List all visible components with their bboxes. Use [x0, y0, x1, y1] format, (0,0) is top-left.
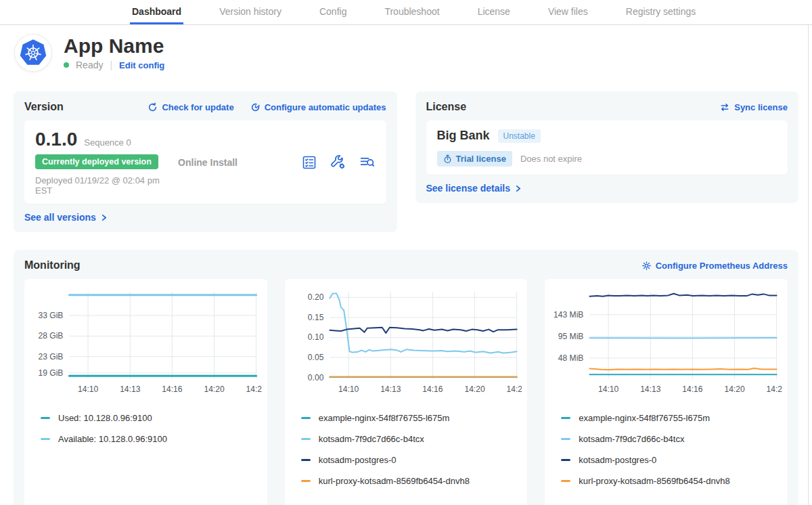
legend-item: kotsadm-7f9dc7d66c-b4tcx [561, 434, 771, 444]
gear-icon [641, 261, 652, 271]
svg-text:14:10: 14:10 [338, 385, 359, 394]
memory-usage-legend: example-nginx-54f8f76755-l675mkotsadm-7f… [550, 402, 782, 497]
svg-text:14:16: 14:16 [162, 385, 183, 394]
tab-license[interactable]: License [476, 0, 512, 24]
svg-text:14:23: 14:23 [246, 385, 261, 394]
stopwatch-icon [443, 154, 452, 164]
svg-text:143 MiB: 143 MiB [554, 310, 583, 320]
disk-usage-chart: 33 GiB28 GiB23 GiB19 GiB14:1014:1314:161… [30, 286, 262, 397]
see-license-details-link[interactable]: See license details [426, 183, 522, 194]
legend-label: example-nginx-54f8f76755-l675m [579, 413, 710, 423]
legend-label: kotsadm-postgres-0 [319, 455, 397, 465]
legend-label: kotsadm-7f9dc7d66c-b4tcx [319, 434, 424, 444]
configure-automatic-updates-button[interactable]: Configure automatic updates [250, 102, 386, 112]
legend-label: Available: 10.128.0.96:9100 [58, 434, 167, 444]
tab-troubleshoot[interactable]: Troubleshoot [382, 0, 441, 24]
legend-label: Used: 10.128.0.96:9100 [58, 413, 152, 423]
deployed-version-card: 0.1.0 Sequence 0 Currently deployed vers… [24, 120, 386, 204]
legend-label: kotsadm-7f9dc7d66c-b4tcx [579, 434, 684, 444]
legend-color-dash [301, 417, 311, 419]
legend-color-dash [561, 438, 570, 440]
legend-item: kurl-proxy-kotsadm-8569fb6454-dnvh8 [301, 476, 512, 486]
svg-text:19 GiB: 19 GiB [38, 368, 63, 378]
tab-config[interactable]: Config [317, 0, 348, 24]
svg-text:0.05: 0.05 [308, 353, 324, 362]
svg-text:14:13: 14:13 [380, 385, 401, 394]
license-expiry: Does not expire [520, 154, 582, 164]
version-panel-title: Version [24, 101, 64, 113]
chart-title: Memory Usage [550, 497, 782, 505]
memory-usage-chart-card: 143 MiB95 MiB48 MiB14:1014:1314:1614:201… [545, 279, 788, 505]
svg-text:14:20: 14:20 [204, 385, 225, 394]
tab-version-history[interactable]: Version history [217, 0, 284, 24]
legend-color-dash [41, 417, 50, 419]
version-number: 0.1.0 [35, 129, 77, 150]
configure-prometheus-button[interactable]: Configure Prometheus Address [641, 261, 788, 271]
customer-name: Big Bank [437, 129, 490, 143]
edit-config-link[interactable]: Edit config [119, 60, 164, 70]
svg-text:0.10: 0.10 [308, 333, 324, 343]
legend-color-dash [561, 459, 570, 461]
install-type: Online Install [178, 157, 300, 168]
disk-usage-chart-card: 33 GiB28 GiB23 GiB19 GiB14:1014:1314:161… [24, 279, 267, 505]
legend-label: kotsadm-postgres-0 [579, 455, 656, 465]
svg-text:14:13: 14:13 [640, 385, 661, 394]
cpu-usage-chart: 0.200.150.100.050.0014:1014:1314:1614:20… [290, 286, 522, 397]
svg-text:14:10: 14:10 [78, 385, 99, 394]
app-header: App Name Ready | Edit config [15, 35, 798, 71]
svg-text:33 GiB: 33 GiB [38, 311, 63, 320]
version-sequence: Sequence 0 [84, 137, 131, 148]
license-type-badge: Trial license [437, 151, 512, 167]
svg-text:14:16: 14:16 [683, 385, 704, 394]
svg-text:0.15: 0.15 [308, 313, 324, 322]
legend-label: kurl-proxy-kotsadm-8569fb6454-dnvh8 [319, 476, 470, 486]
tab-registry-settings[interactable]: Registry settings [624, 0, 698, 24]
kubernetes-icon [18, 37, 49, 68]
legend-item: kurl-proxy-kotsadm-8569fb6454-dnvh8 [561, 476, 771, 486]
status-text: Ready [76, 60, 103, 70]
svg-text:48 MiB: 48 MiB [558, 353, 584, 363]
svg-text:14:23: 14:23 [767, 385, 782, 394]
tab-view-files[interactable]: View files [546, 0, 590, 24]
legend-label: example-nginx-54f8f76755-l675m [319, 413, 450, 423]
legend-label: kurl-proxy-kotsadm-8569fb6454-dnvh8 [579, 476, 729, 486]
see-all-versions-link[interactable]: See all versions [24, 212, 108, 223]
svg-text:0.20: 0.20 [308, 292, 324, 302]
memory-usage-chart: 143 MiB95 MiB48 MiB14:1014:1314:1614:201… [550, 286, 782, 397]
divider: | [110, 60, 112, 70]
svg-text:0.00: 0.00 [308, 373, 324, 382]
scrollbar-track[interactable] [808, 25, 809, 505]
legend-item: Available: 10.128.0.96:9100 [41, 434, 251, 444]
preflight-checks-icon[interactable] [301, 154, 317, 171]
svg-text:14:16: 14:16 [422, 385, 443, 394]
cpu-usage-legend: example-nginx-54f8f76755-l675mkotsadm-7f… [290, 402, 522, 497]
cpu-usage-chart-card: 0.200.150.100.050.0014:1014:1314:1614:20… [285, 279, 528, 505]
svg-text:14:23: 14:23 [506, 385, 522, 394]
page-title: App Name [64, 35, 164, 57]
clock-refresh-icon [250, 102, 261, 112]
svg-text:14:13: 14:13 [120, 385, 141, 394]
license-card: Big Bank Unstable Trial license Does not… [426, 120, 788, 175]
license-panel-title: License [426, 101, 467, 113]
sync-license-button[interactable]: Sync license [719, 102, 788, 112]
chevron-right-icon [100, 214, 108, 221]
legend-item: kotsadm-7f9dc7d66c-b4tcx [301, 434, 512, 444]
monitoring-panel: Monitoring Configure Prometheus Address … [14, 250, 798, 505]
legend-item: example-nginx-54f8f76755-l675m [561, 413, 771, 423]
legend-color-dash [301, 459, 311, 461]
legend-item: example-nginx-54f8f76755-l675m [301, 413, 512, 423]
svg-text:14:20: 14:20 [725, 385, 746, 394]
legend-color-dash [561, 417, 570, 419]
chart-title: CPU Usage [290, 497, 522, 505]
legend-color-dash [301, 438, 311, 440]
tab-dashboard[interactable]: Dashboard [130, 0, 183, 24]
license-panel: License Sync license Big Bank Unstable [415, 91, 799, 203]
channel-badge: Unstable [498, 129, 541, 143]
legend-item: Used: 10.128.0.96:9100 [41, 413, 251, 423]
legend-item: kotsadm-postgres-0 [561, 455, 771, 465]
deployed-timestamp: Deployed 01/19/22 @ 02:04 pm EST [35, 175, 178, 196]
config-wrench-icon[interactable] [330, 154, 346, 171]
status-dot [64, 62, 69, 68]
deploy-logs-icon[interactable] [359, 154, 376, 171]
check-for-update-button[interactable]: Check for update [148, 102, 233, 112]
